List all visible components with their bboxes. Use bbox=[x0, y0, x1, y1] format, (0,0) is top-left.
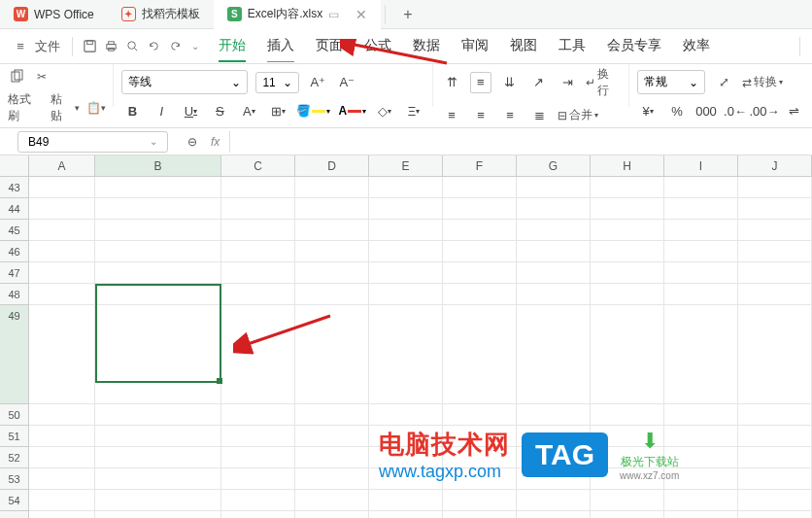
format-button[interactable]: Ξ▾ bbox=[403, 100, 424, 121]
cell[interactable] bbox=[29, 426, 95, 447]
cell[interactable] bbox=[221, 220, 295, 241]
save-icon[interactable] bbox=[81, 38, 98, 55]
cell[interactable] bbox=[295, 220, 369, 241]
select-all-corner[interactable] bbox=[0, 155, 29, 176]
align-middle-icon[interactable]: ≡ bbox=[470, 72, 491, 93]
cell[interactable] bbox=[95, 198, 221, 220]
col-header-i[interactable]: I bbox=[664, 155, 738, 176]
cell[interactable] bbox=[29, 198, 95, 220]
cell[interactable] bbox=[221, 198, 295, 220]
font-select[interactable]: 等线⌄ bbox=[121, 70, 248, 94]
cell[interactable] bbox=[29, 490, 95, 511]
col-header-e[interactable]: E bbox=[369, 155, 443, 176]
underline-button[interactable]: U▾ bbox=[180, 100, 201, 121]
row-header[interactable]: 45 bbox=[0, 220, 29, 241]
cell[interactable] bbox=[95, 511, 221, 518]
menu-insert[interactable]: 插入 bbox=[267, 31, 294, 62]
copy-icon[interactable] bbox=[8, 68, 25, 86]
cell[interactable] bbox=[443, 241, 517, 262]
cell[interactable] bbox=[29, 305, 95, 404]
cell[interactable] bbox=[738, 198, 812, 220]
cell[interactable] bbox=[295, 262, 369, 284]
cell[interactable] bbox=[591, 220, 664, 241]
col-header-d[interactable]: D bbox=[295, 155, 369, 176]
cell[interactable] bbox=[221, 511, 295, 518]
cell[interactable] bbox=[295, 284, 369, 305]
increase-decimal-icon[interactable]: .00→ bbox=[754, 100, 775, 121]
cell[interactable] bbox=[591, 284, 664, 305]
cell[interactable] bbox=[29, 177, 95, 198]
cell[interactable] bbox=[295, 490, 369, 511]
cell[interactable] bbox=[738, 490, 812, 511]
increase-font-icon[interactable]: A⁺ bbox=[307, 72, 328, 93]
row-header[interactable]: 54 bbox=[0, 490, 29, 511]
strikethrough-button[interactable]: S bbox=[209, 100, 230, 121]
cell[interactable] bbox=[29, 262, 95, 284]
cell[interactable] bbox=[443, 511, 517, 518]
cell[interactable] bbox=[295, 177, 369, 198]
cell[interactable] bbox=[221, 177, 295, 198]
bold-button[interactable]: B bbox=[121, 100, 143, 121]
close-icon[interactable]: ✕ bbox=[355, 7, 367, 22]
cell[interactable] bbox=[95, 305, 221, 404]
file-menu[interactable]: ≡ 文件 bbox=[8, 38, 64, 55]
cell[interactable] bbox=[29, 468, 95, 490]
cell[interactable] bbox=[369, 177, 443, 198]
cell[interactable] bbox=[95, 490, 221, 511]
percent-icon[interactable]: % bbox=[666, 100, 688, 121]
cell[interactable] bbox=[664, 305, 738, 404]
cell[interactable] bbox=[738, 262, 812, 284]
cell[interactable] bbox=[221, 284, 295, 305]
cell[interactable] bbox=[738, 284, 812, 305]
cell[interactable] bbox=[295, 511, 369, 518]
cell[interactable] bbox=[369, 305, 443, 404]
row-header-active[interactable]: 49 bbox=[0, 305, 29, 404]
cell[interactable] bbox=[369, 198, 443, 220]
cell[interactable] bbox=[443, 262, 517, 284]
row-header[interactable]: 53 bbox=[0, 468, 29, 490]
cell[interactable] bbox=[443, 198, 517, 220]
undo-icon[interactable] bbox=[145, 38, 162, 55]
cell[interactable] bbox=[738, 305, 812, 404]
cell[interactable] bbox=[443, 284, 517, 305]
menu-review[interactable]: 审阅 bbox=[461, 31, 489, 62]
cell[interactable] bbox=[95, 468, 221, 490]
row-header[interactable]: 43 bbox=[0, 177, 29, 198]
cell[interactable] bbox=[221, 426, 295, 447]
cell[interactable] bbox=[295, 198, 369, 220]
wrap-button[interactable]: ↵换行 bbox=[586, 66, 621, 99]
col-header-b[interactable]: B bbox=[95, 155, 221, 176]
cell[interactable] bbox=[738, 220, 812, 241]
cell[interactable] bbox=[295, 241, 369, 262]
row-header[interactable]: 52 bbox=[0, 447, 29, 468]
merge-button[interactable]: ⊟合并▾ bbox=[558, 107, 598, 123]
cell[interactable] bbox=[221, 468, 295, 490]
col-header-j[interactable]: J bbox=[738, 155, 812, 176]
cell[interactable] bbox=[221, 404, 295, 426]
cell[interactable] bbox=[369, 262, 443, 284]
cell[interactable] bbox=[738, 177, 812, 198]
col-header-a[interactable]: A bbox=[29, 155, 95, 176]
menu-efficiency[interactable]: 效率 bbox=[683, 31, 710, 62]
cell[interactable] bbox=[29, 220, 95, 241]
chevron-down-icon[interactable]: ⌄ bbox=[150, 136, 157, 147]
font-size-select[interactable]: 11⌄ bbox=[255, 72, 299, 93]
cell[interactable] bbox=[738, 468, 812, 490]
cell[interactable] bbox=[591, 198, 664, 220]
preview-icon[interactable] bbox=[123, 38, 141, 55]
align-bottom-icon[interactable]: ⇊ bbox=[499, 72, 521, 93]
redo-icon[interactable] bbox=[166, 38, 184, 55]
cell[interactable] bbox=[369, 490, 443, 511]
cell[interactable] bbox=[664, 284, 738, 305]
cell[interactable] bbox=[517, 511, 591, 518]
cell[interactable] bbox=[517, 404, 591, 426]
tab-template[interactable]: ✦ 找稻壳模板 bbox=[108, 0, 214, 29]
cell[interactable] bbox=[738, 241, 812, 262]
col-header-g[interactable]: G bbox=[517, 155, 591, 176]
row-header[interactable]: 46 bbox=[0, 241, 29, 262]
col-header-h[interactable]: H bbox=[591, 155, 664, 176]
minimize-icon[interactable]: ▭ bbox=[328, 8, 346, 21]
currency-icon[interactable]: ¥▾ bbox=[637, 100, 659, 121]
cell[interactable] bbox=[221, 490, 295, 511]
cell[interactable] bbox=[664, 262, 738, 284]
